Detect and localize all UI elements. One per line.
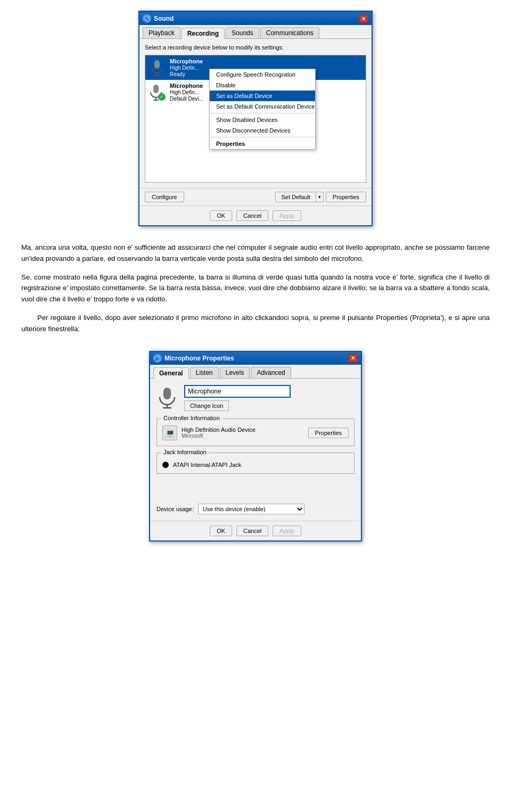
sound-title-text: Sound xyxy=(154,15,174,22)
sound-dialog: 🔊 Sound ✕ Playback Recording Sounds Comm… xyxy=(138,11,373,226)
svg-rect-3 xyxy=(153,85,159,93)
device-list[interactable]: Microphone High Defin... Ready ✓ xyxy=(145,55,366,183)
green-tick-icon: ✓ xyxy=(158,93,166,101)
set-default-split: Set Default ▾ xyxy=(275,192,323,202)
ctx-configure-speech[interactable]: Configure Speech Recognition xyxy=(210,69,315,80)
configure-button[interactable]: Configure xyxy=(145,192,184,202)
device-usage-row: Device usage: Use this device (enable) xyxy=(156,504,355,514)
jack-group-title: Jack Information xyxy=(161,449,209,455)
controller-name: High Definition Audio Device xyxy=(182,426,304,433)
controller-group-title: Controller Information xyxy=(161,415,222,421)
sound-title-icon: 🔊 xyxy=(143,14,151,23)
sound-tabs: Playback Recording Sounds Communications xyxy=(139,25,372,39)
mic-tab-advanced[interactable]: Advanced xyxy=(251,367,291,378)
mic-titlebar-left: 🎤 Microphone Properties xyxy=(153,354,234,363)
mic-tab-listen[interactable]: Listen xyxy=(190,367,219,378)
device-icon-1: ✓ xyxy=(149,84,166,101)
mic-apply-button[interactable]: Apply xyxy=(273,526,301,536)
ctx-show-disconnected[interactable]: Show Disconnected Devices xyxy=(210,125,315,136)
device-name-0: Microphone xyxy=(170,58,203,64)
tab-recording[interactable]: Recording xyxy=(182,28,225,39)
body-paragraph-1: Ma, ancora una volta, questo non e’ suff… xyxy=(21,242,490,265)
mic-large-icon xyxy=(156,387,178,408)
mic-name-area: Change Icon xyxy=(184,385,291,411)
mic-title-icon: 🎤 xyxy=(153,354,162,363)
jack-name: ATAPI Internal ATAPI Jack xyxy=(173,462,241,468)
jack-dot-icon xyxy=(162,462,169,468)
device-status-0: Ready xyxy=(170,71,203,77)
ctx-separator-1 xyxy=(210,113,315,113)
titlebar-left: 🔊 Sound xyxy=(143,14,174,23)
ctx-set-default[interactable]: Set as Default Device xyxy=(210,91,315,101)
device-driver-1: High Defin... xyxy=(170,89,203,95)
device-name-1: Microphone xyxy=(170,83,203,89)
mic-title-text: Microphone Properties xyxy=(164,355,234,362)
mic-tab-general[interactable]: General xyxy=(153,367,189,379)
mic-name-input[interactable] xyxy=(184,385,291,398)
spacer-area xyxy=(156,480,355,502)
mic-ok-button[interactable]: OK xyxy=(210,526,232,536)
device-usage-select[interactable]: Use this device (enable) xyxy=(198,504,304,514)
apply-button[interactable]: Apply xyxy=(273,210,301,221)
set-default-button[interactable]: Set Default xyxy=(275,192,315,202)
mic-cancel-button[interactable]: Cancel xyxy=(236,526,268,536)
controller-row: 💻 High Definition Audio Device Microsoft… xyxy=(162,425,349,440)
ctx-separator-2 xyxy=(210,137,315,137)
controller-group: Controller Information 💻 High Definition… xyxy=(156,419,355,446)
controller-properties-button[interactable]: Properties xyxy=(308,428,349,438)
mic-titlebar: 🎤 Microphone Properties ✕ xyxy=(150,352,361,365)
mic-content: Change Icon Controller Information 💻 Hig… xyxy=(150,379,361,521)
close-button[interactable]: ✕ xyxy=(359,14,368,23)
ctx-properties[interactable]: Properties xyxy=(210,138,315,149)
properties-button[interactable]: Properties xyxy=(326,192,366,202)
set-default-arrow[interactable]: ▾ xyxy=(316,192,324,202)
tab-playback[interactable]: Playback xyxy=(143,27,180,38)
controller-manufacturer: Microsoft xyxy=(182,433,304,439)
ctx-show-disabled[interactable]: Show Disabled Devices xyxy=(210,114,315,125)
body-paragraph-3: Per regolare il livello, dopo aver selez… xyxy=(21,313,490,335)
ok-button[interactable]: OK xyxy=(210,210,232,221)
context-menu: Configure Speech Recognition Disable Set… xyxy=(209,69,316,150)
sound-toolbar: Configure Set Default ▾ Properties xyxy=(139,188,372,206)
mic-close-button[interactable]: ✕ xyxy=(348,354,358,363)
svg-rect-6 xyxy=(163,388,171,399)
ctx-disable[interactable]: Disable xyxy=(210,80,315,91)
microphone-properties-dialog: 🎤 Microphone Properties ✕ General Listen… xyxy=(149,351,362,542)
body-paragraph-2: Se, come mostrato nella figura della pag… xyxy=(21,272,490,305)
svg-rect-0 xyxy=(154,60,160,69)
device-info-0: Microphone High Defin... Ready xyxy=(170,58,203,77)
mic-footer: OK Cancel Apply xyxy=(150,521,361,540)
device-info-1: Microphone High Defin... Default Devi... xyxy=(170,83,203,102)
device-icon-0 xyxy=(149,59,166,76)
jack-row: ATAPI Internal ATAPI Jack xyxy=(162,462,349,468)
mic-tabs: General Listen Levels Advanced xyxy=(150,365,361,379)
jack-group: Jack Information ATAPI Internal ATAPI Ja… xyxy=(156,453,355,474)
change-icon-button[interactable]: Change Icon xyxy=(184,400,229,411)
ctx-set-default-comm[interactable]: Set as Default Communication Device xyxy=(210,101,315,112)
device-status-1: Default Devi... xyxy=(170,96,203,102)
device-usage-label: Device usage: xyxy=(156,506,194,512)
main-body-text: Ma, ancora una volta, questo non e’ suff… xyxy=(21,242,490,335)
sound-footer: OK Cancel Apply xyxy=(139,206,372,225)
mic-header-section: Change Icon xyxy=(156,385,355,411)
controller-icon: 💻 xyxy=(162,425,177,440)
tab-communications[interactable]: Communications xyxy=(260,27,319,38)
device-driver-0: High Defin... xyxy=(170,65,203,71)
sound-titlebar: 🔊 Sound ✕ xyxy=(139,12,372,25)
mic-tab-levels[interactable]: Levels xyxy=(220,367,250,378)
sound-content: Select a recording device below to modif… xyxy=(139,39,372,188)
controller-info: High Definition Audio Device Microsoft xyxy=(182,426,304,439)
sound-instruction: Select a recording device below to modif… xyxy=(145,44,366,51)
tab-sounds[interactable]: Sounds xyxy=(226,27,259,38)
cancel-button[interactable]: Cancel xyxy=(236,210,268,221)
